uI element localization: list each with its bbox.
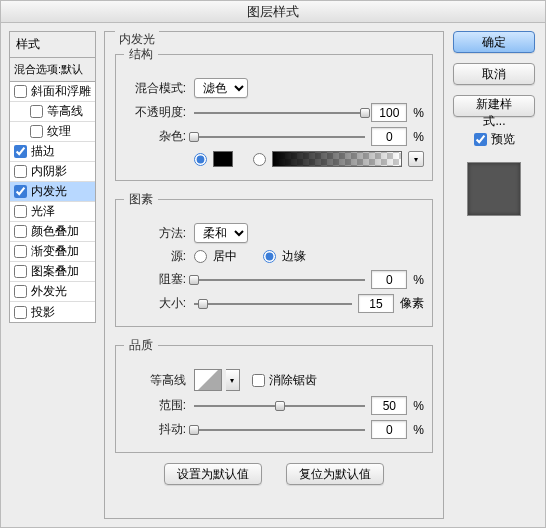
style-item-10[interactable]: 外发光 — [10, 282, 95, 302]
noise-label: 杂色: — [124, 128, 186, 145]
jitter-label: 抖动: — [124, 421, 186, 438]
style-label-1: 等高线 — [47, 103, 83, 120]
styles-header[interactable]: 样式 — [9, 31, 96, 57]
style-label-5: 内发光 — [31, 183, 67, 200]
style-checkbox-2[interactable] — [30, 125, 43, 138]
style-label-6: 光泽 — [31, 203, 55, 220]
style-item-7[interactable]: 颜色叠加 — [10, 222, 95, 242]
style-checkbox-5[interactable] — [14, 185, 27, 198]
style-checkbox-6[interactable] — [14, 205, 27, 218]
range-label: 范围: — [124, 397, 186, 414]
style-label-9: 图案叠加 — [31, 263, 79, 280]
style-checkbox-11[interactable] — [14, 306, 27, 319]
style-item-9[interactable]: 图案叠加 — [10, 262, 95, 282]
jitter-slider[interactable] — [194, 423, 365, 437]
contour-picker[interactable] — [194, 369, 222, 391]
range-unit: % — [413, 399, 424, 413]
style-item-0[interactable]: 斜面和浮雕 — [10, 82, 95, 102]
style-item-6[interactable]: 光泽 — [10, 202, 95, 222]
new-style-button[interactable]: 新建样式... — [453, 95, 535, 117]
size-slider[interactable] — [194, 297, 352, 311]
style-label-10: 外发光 — [31, 283, 67, 300]
gradient-picker[interactable] — [272, 151, 402, 167]
source-edge-label: 边缘 — [282, 248, 306, 265]
antialias-checkbox[interactable] — [252, 374, 265, 387]
gradient-radio[interactable] — [253, 153, 266, 166]
style-checkbox-4[interactable] — [14, 165, 27, 178]
styles-list: 斜面和浮雕等高线纹理描边内阴影内发光光泽颜色叠加渐变叠加图案叠加外发光投影 — [9, 81, 96, 323]
size-input[interactable] — [358, 294, 394, 313]
gradient-dropdown-icon[interactable]: ▾ — [408, 151, 424, 167]
elements-group: 图素 方法: 柔和 源: 居中 边缘 阻塞: — [115, 191, 433, 327]
style-item-1[interactable]: 等高线 — [10, 102, 95, 122]
preview-label: 预览 — [491, 131, 515, 148]
styles-column: 样式 混合选项:默认 斜面和浮雕等高线纹理描边内阴影内发光光泽颜色叠加渐变叠加图… — [9, 31, 96, 519]
range-input[interactable] — [371, 396, 407, 415]
technique-select[interactable]: 柔和 — [194, 223, 248, 243]
quality-legend: 品质 — [124, 337, 158, 354]
style-label-11: 投影 — [31, 304, 55, 321]
cancel-button[interactable]: 取消 — [453, 63, 535, 85]
opacity-slider[interactable] — [194, 106, 365, 120]
style-item-5[interactable]: 内发光 — [10, 182, 95, 202]
blend-mode-select[interactable]: 滤色 — [194, 78, 248, 98]
antialias-label: 消除锯齿 — [269, 372, 317, 389]
choke-input[interactable] — [371, 270, 407, 289]
style-label-4: 内阴影 — [31, 163, 67, 180]
ok-button[interactable]: 确定 — [453, 31, 535, 53]
style-label-8: 渐变叠加 — [31, 243, 79, 260]
color-swatch[interactable] — [213, 151, 233, 167]
style-checkbox-9[interactable] — [14, 265, 27, 278]
blend-options-item[interactable]: 混合选项:默认 — [9, 57, 96, 81]
dialog-title: 图层样式 — [1, 1, 545, 23]
style-checkbox-8[interactable] — [14, 245, 27, 258]
choke-label: 阻塞: — [124, 271, 186, 288]
layer-style-dialog: 图层样式 样式 混合选项:默认 斜面和浮雕等高线纹理描边内阴影内发光光泽颜色叠加… — [0, 0, 546, 528]
quality-group: 品质 等高线 ▾ 消除锯齿 范围: % 抖动: — [115, 337, 433, 453]
structure-group: 结构 混合模式: 滤色 不透明度: % 杂色: % — [115, 46, 433, 181]
effect-settings-panel: 内发光 结构 混合模式: 滤色 不透明度: % 杂色: % — [104, 31, 444, 519]
opacity-unit: % — [413, 106, 424, 120]
elements-legend: 图素 — [124, 191, 158, 208]
contour-dropdown-icon[interactable]: ▾ — [226, 369, 240, 391]
style-checkbox-1[interactable] — [30, 105, 43, 118]
source-center-label: 居中 — [213, 248, 237, 265]
style-item-4[interactable]: 内阴影 — [10, 162, 95, 182]
source-edge-radio[interactable] — [263, 250, 276, 263]
solid-color-radio[interactable] — [194, 153, 207, 166]
noise-input[interactable] — [371, 127, 407, 146]
source-center-radio[interactable] — [194, 250, 207, 263]
style-checkbox-7[interactable] — [14, 225, 27, 238]
choke-unit: % — [413, 273, 424, 287]
style-item-8[interactable]: 渐变叠加 — [10, 242, 95, 262]
jitter-unit: % — [413, 423, 424, 437]
style-label-2: 纹理 — [47, 123, 71, 140]
style-label-0: 斜面和浮雕 — [31, 83, 91, 100]
opacity-input[interactable] — [371, 103, 407, 122]
opacity-label: 不透明度: — [124, 104, 186, 121]
preview-swatch — [467, 162, 521, 216]
style-label-7: 颜色叠加 — [31, 223, 79, 240]
technique-label: 方法: — [124, 225, 186, 242]
style-item-2[interactable]: 纹理 — [10, 122, 95, 142]
jitter-input[interactable] — [371, 420, 407, 439]
style-checkbox-3[interactable] — [14, 145, 27, 158]
style-item-11[interactable]: 投影 — [10, 302, 95, 322]
noise-slider[interactable] — [194, 130, 365, 144]
source-label: 源: — [124, 248, 186, 265]
range-slider[interactable] — [194, 399, 365, 413]
blend-mode-label: 混合模式: — [124, 80, 186, 97]
style-checkbox-0[interactable] — [14, 85, 27, 98]
size-unit: 像素 — [400, 295, 424, 312]
style-label-3: 描边 — [31, 143, 55, 160]
style-checkbox-10[interactable] — [14, 285, 27, 298]
dialog-buttons-column: 确定 取消 新建样式... 预览 — [452, 31, 537, 519]
contour-label: 等高线 — [124, 372, 186, 389]
preview-checkbox[interactable] — [474, 133, 487, 146]
style-item-3[interactable]: 描边 — [10, 142, 95, 162]
reset-default-button[interactable]: 复位为默认值 — [286, 463, 384, 485]
set-default-button[interactable]: 设置为默认值 — [164, 463, 262, 485]
structure-legend: 结构 — [124, 46, 158, 63]
choke-slider[interactable] — [194, 273, 365, 287]
noise-unit: % — [413, 130, 424, 144]
